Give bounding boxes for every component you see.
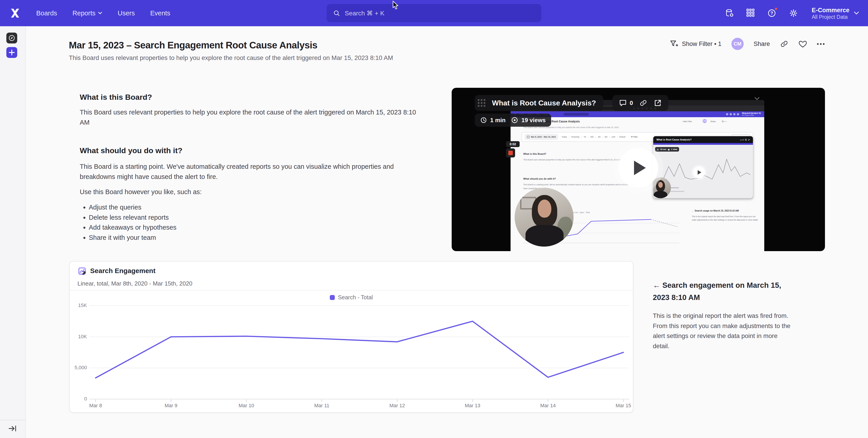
- intro-para-3: Use this Board however you like, such as…: [80, 187, 202, 197]
- chevron-down-icon: [854, 11, 859, 15]
- record-icon: [508, 151, 513, 155]
- compass-icon: [8, 34, 16, 42]
- explore-compass-button[interactable]: [6, 33, 17, 43]
- page-title: Mar 15, 2023 – Search Engagement Root Ca…: [69, 40, 317, 51]
- views-icon: [511, 116, 518, 124]
- intro-para-2: This Board is a starting point. We've au…: [80, 162, 424, 182]
- video-views: 19 views: [521, 117, 546, 124]
- intro-bullet-list: Adjust the queries Delete less relevant …: [80, 202, 177, 242]
- notification-dot: [774, 7, 778, 11]
- page-subtitle: This Board uses relevant properties to h…: [69, 54, 393, 62]
- plus-icon: [9, 49, 15, 56]
- mixpanel-logo-icon[interactable]: [9, 7, 21, 19]
- play-icon: [634, 161, 646, 175]
- intro-heading-2: What should you do with it?: [80, 146, 182, 155]
- show-filter-button[interactable]: Show Filter • 1: [670, 40, 721, 47]
- sidebar-divider: [0, 420, 25, 420]
- recording-widget: 0:02: [506, 141, 520, 158]
- nav-item-reports[interactable]: Reports: [72, 9, 102, 17]
- expand-sidebar-icon: [8, 425, 17, 433]
- search-placeholder: Search ⌘ + K: [345, 9, 384, 17]
- filter-plus-icon: [670, 40, 678, 47]
- drag-handle-icon[interactable]: [475, 95, 488, 111]
- help-icon[interactable]: ?: [767, 8, 777, 18]
- intro-para-1: This Board uses relevant properties to h…: [80, 107, 417, 128]
- global-search-input[interactable]: Search ⌘ + K: [327, 4, 541, 22]
- copy-link-button[interactable]: [780, 40, 788, 48]
- video-copy-link-button[interactable]: [639, 99, 647, 107]
- clock-icon: [480, 117, 487, 124]
- share-button[interactable]: Share: [754, 40, 770, 47]
- report-chart-card[interactable]: Search Engagement Linear, total, Mar 8th…: [69, 261, 633, 413]
- video-comments-button[interactable]: 0: [619, 99, 633, 107]
- video-card-chevron-icon: [754, 97, 760, 100]
- video-title-bar: What is Root Cause Analysis?: [475, 95, 603, 111]
- side-note-body: This is the original report the alert wa…: [653, 311, 796, 351]
- video-player-card[interactable]: Mar 15, 2023 - Search Enga...✕ + ‹ › ⟳ ☆…: [452, 88, 825, 251]
- video-open-external-button[interactable]: [654, 99, 662, 107]
- chevron-down-icon: [98, 12, 102, 14]
- nested-play-button: [693, 167, 705, 178]
- video-meta-bar: 1 min 19 views: [475, 113, 551, 127]
- mouse-cursor: [392, 0, 399, 10]
- apps-grid-icon[interactable]: [746, 8, 756, 18]
- external-link-icon: [654, 99, 662, 107]
- navbar-right-cluster: ? E-Commerce All Project Data: [724, 6, 859, 20]
- left-sidebar: [0, 26, 26, 438]
- nav-menu: Boards Reports Users Events: [36, 9, 170, 17]
- nested-video-card: What is Root Cause Analysis? ▭ 0 ⛓ ⬈ ◷ 1…: [653, 136, 753, 198]
- board-toolbar: Show Filter • 1 CM Share: [670, 37, 825, 51]
- nav-item-events[interactable]: Events: [150, 9, 170, 17]
- list-item: Share it with your team: [89, 233, 177, 243]
- comment-icon: [619, 99, 627, 107]
- more-menu-button[interactable]: [817, 43, 825, 45]
- app-root: Boards Reports Users Events Search ⌘ + K…: [0, 0, 868, 438]
- recording-time: 0:02: [506, 141, 520, 147]
- side-note: ← Search engagement on March 15, 2023 8:…: [653, 279, 796, 351]
- project-scope: All Project Data: [812, 14, 849, 20]
- project-switcher[interactable]: E-Commerce All Project Data: [812, 6, 859, 20]
- create-new-button[interactable]: [6, 47, 17, 58]
- favorite-button[interactable]: [799, 40, 807, 48]
- link-icon: [639, 99, 647, 107]
- intro-heading-1: What is this Board?: [80, 93, 152, 102]
- collaborator-avatar[interactable]: CM: [732, 38, 744, 50]
- nav-item-users[interactable]: Users: [118, 9, 135, 17]
- line-chart[interactable]: 05,00010K15KMar 8Mar 9Mar 10Mar 11Mar 12…: [70, 262, 633, 412]
- list-item: Add takeaways or hypotheses: [89, 223, 177, 233]
- link-icon: [780, 40, 788, 48]
- settings-gear-icon[interactable]: [788, 8, 799, 18]
- top-navbar: Boards Reports Users Events Search ⌘ + K…: [0, 0, 868, 26]
- side-note-heading: ← Search engagement on March 15, 2023 8:…: [653, 279, 796, 304]
- presenter-webcam-avatar: [515, 188, 574, 246]
- video-title: What is Root Cause Analysis?: [492, 99, 596, 107]
- expand-sidebar-button[interactable]: [8, 425, 17, 433]
- chart-series-line: [96, 321, 623, 378]
- list-item: Adjust the queries: [89, 202, 177, 212]
- data-management-icon[interactable]: [724, 8, 735, 18]
- nav-item-boards[interactable]: Boards: [36, 9, 57, 17]
- video-duration: 1 min: [490, 117, 505, 124]
- video-actions: 0: [613, 95, 668, 111]
- video-play-button[interactable]: [618, 148, 658, 188]
- heart-icon: [799, 40, 807, 48]
- list-item: Delete less relevant reports: [89, 212, 177, 223]
- record-stop-button[interactable]: [506, 148, 515, 158]
- project-name: E-Commerce: [812, 6, 849, 14]
- search-icon: [333, 9, 340, 17]
- svg-text:?: ?: [770, 11, 773, 15]
